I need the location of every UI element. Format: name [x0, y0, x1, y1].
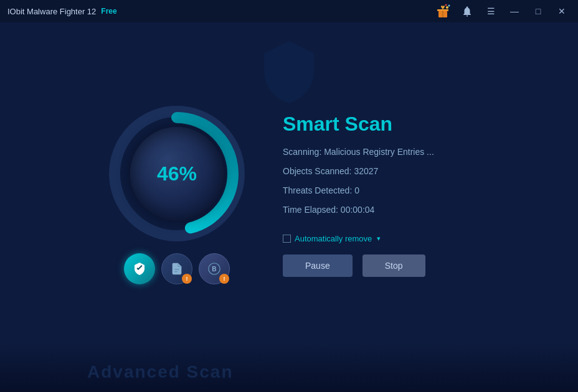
scan-card: 46% ! — [108, 105, 470, 284]
title-bar: IObit Malware Fighter 12 Free — [0, 0, 578, 22]
free-badge: Free — [101, 7, 116, 16]
svg-point-4 — [446, 6, 448, 9]
auto-remove-row: Automatically remove ▾ — [283, 234, 470, 243]
progress-percent: 46% — [157, 162, 197, 185]
auto-remove-checkbox[interactable] — [283, 235, 291, 243]
svg-text:B: B — [212, 266, 216, 273]
menu-button[interactable]: ☰ — [482, 2, 500, 20]
doc-warning-badge: ! — [182, 274, 192, 284]
scanning-target: Malicious Registry Entries ... — [324, 147, 434, 157]
maximize-icon: □ — [536, 6, 541, 16]
left-panel: 46% ! — [108, 105, 245, 284]
close-button[interactable]: ✕ — [553, 2, 571, 20]
stop-button[interactable]: Stop — [362, 254, 425, 277]
gift-icon[interactable] — [433, 2, 452, 21]
auto-remove-label[interactable]: Automatically remove — [295, 234, 372, 243]
circle-icons: ! B ! — [124, 253, 230, 284]
bottom-decorative-text: Advanced Scan — [87, 362, 234, 382]
shield-protection-button[interactable] — [124, 253, 155, 284]
scanning-status: Scanning: Malicious Registry Entries ... — [283, 146, 470, 159]
title-bar-left: IObit Malware Fighter 12 Free — [7, 7, 117, 16]
svg-rect-3 — [437, 9, 448, 11]
browser-protect-button[interactable]: B ! — [199, 253, 230, 284]
close-icon: ✕ — [558, 6, 566, 16]
scan-info: Smart Scan Scanning: Malicious Registry … — [283, 113, 470, 277]
bottom-shadow: Advanced Scan — [0, 342, 578, 392]
menu-icon: ☰ — [487, 6, 495, 16]
circle-inner: 46% — [130, 127, 224, 220]
threats-count: 0 — [354, 185, 359, 195]
time-elapsed: Time Elapsed: 00:00:04 — [283, 203, 470, 217]
app-title: IObit Malware Fighter 12 — [7, 7, 96, 16]
objects-count: 32027 — [354, 166, 378, 176]
document-scan-button[interactable]: ! — [161, 253, 192, 284]
time-value: 00:00:04 — [341, 205, 375, 215]
svg-point-7 — [467, 15, 468, 16]
scanning-label: Scanning: — [283, 147, 321, 157]
title-bar-right: ☰ — □ ✕ — [433, 2, 571, 21]
main-content: 46% ! — [0, 22, 578, 392]
maximize-button[interactable]: □ — [529, 2, 547, 20]
progress-circle: 46% — [108, 105, 245, 242]
objects-scanned: Objects Scanned: 32027 — [283, 165, 470, 178]
threats-detected: Threats Detected: 0 — [283, 184, 470, 197]
time-label: Time Elapsed: — [283, 205, 338, 215]
objects-label: Objects Scanned: — [283, 166, 352, 176]
minimize-button[interactable]: — — [506, 2, 523, 20]
notification-bell-button[interactable] — [458, 2, 476, 20]
scan-title: Smart Scan — [283, 113, 470, 136]
browser-warning-badge: ! — [219, 274, 229, 284]
pause-button[interactable]: Pause — [283, 254, 353, 277]
threats-label: Threats Detected: — [283, 185, 352, 195]
svg-point-6 — [445, 4, 447, 6]
auto-remove-dropdown-arrow[interactable]: ▾ — [377, 235, 381, 243]
minimize-icon: — — [510, 6, 519, 16]
svg-point-5 — [448, 5, 450, 7]
action-buttons: Pause Stop — [283, 254, 470, 277]
